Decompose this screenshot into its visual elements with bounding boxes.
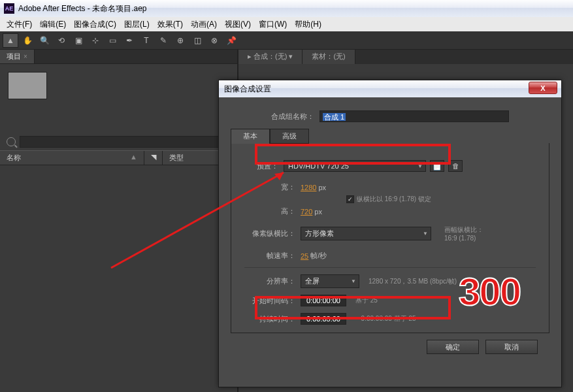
tab-comp-viewer[interactable]: ▸ 合成：(无) ▾ — [238, 50, 303, 64]
preset-dropdown[interactable]: HDV/HDTV 720 25▼ — [284, 160, 426, 172]
width-value[interactable]: 1280 — [301, 184, 316, 191]
close-icon[interactable]: × — [24, 53, 27, 60]
resolution-label: 分辨率： — [248, 276, 301, 286]
lock-aspect-label: 纵横比以 16:9 (1.78) 锁定 — [357, 195, 431, 204]
par-label: 像素纵横比： — [248, 229, 301, 238]
anchor-tool-icon[interactable]: ⊹ — [88, 33, 103, 48]
resolution-info: 1280 x 720，3.5 MB (8bpc/帧) — [368, 277, 457, 286]
tab-basic[interactable]: 基本 — [231, 129, 270, 144]
hand-tool-icon[interactable]: ✋ — [20, 33, 35, 48]
menu-layer[interactable]: 图层(L) — [120, 19, 154, 30]
menu-animation[interactable]: 动画(A) — [187, 19, 221, 30]
eraser-tool-icon[interactable]: ◫ — [189, 33, 205, 48]
preset-delete-button[interactable]: 🗑 — [448, 160, 463, 172]
start-timecode-label: 开始时间码： — [248, 296, 301, 306]
menu-effect[interactable]: 效果(T) — [154, 19, 187, 30]
camera-tool-icon[interactable]: ▣ — [71, 33, 86, 48]
chevron-down-icon: ▼ — [351, 278, 356, 284]
tab-footage-viewer[interactable]: 素材：(无) — [303, 50, 355, 64]
menubar: 文件(F) 编辑(E) 图像合成(C) 图层(L) 效果(T) 动画(A) 视图… — [0, 17, 573, 31]
menu-composition[interactable]: 图像合成(C) — [70, 19, 120, 30]
preset-save-button[interactable]: 📄 — [430, 160, 444, 172]
frame-aspect-label: 画幅纵横比： — [444, 225, 483, 235]
search-input[interactable] — [20, 136, 231, 148]
tab-project[interactable]: 项目× — [0, 50, 35, 63]
comp-name-input[interactable]: 合成 1 — [319, 110, 509, 122]
duration-label: 持续时间： — [248, 314, 301, 324]
app-titlebar: AE Adobe After Effects - 未命名项目.aep — [0, 0, 573, 17]
composition-settings-dialog: 图像合成设置 X 合成组名称： 合成 1 基本 高级 预置： HDV/HDTV … — [218, 80, 562, 387]
menu-file[interactable]: 文件(F) — [3, 19, 36, 30]
frame-aspect-value: 16:9 (1.78) — [444, 235, 483, 242]
height-value[interactable]: 720 — [301, 208, 312, 216]
start-timecode-input[interactable] — [301, 295, 346, 306]
dialog-close-button[interactable]: X — [529, 82, 557, 94]
brush-tool-icon[interactable]: ✎ — [156, 33, 171, 48]
dialog-titlebar[interactable]: 图像合成设置 X — [219, 80, 561, 97]
cancel-button[interactable]: 取消 — [485, 340, 538, 354]
selection-tool-icon[interactable]: ▲ — [3, 33, 18, 48]
col-tag[interactable]: ◥ — [144, 151, 163, 165]
project-thumbnail — [8, 72, 47, 99]
zoom-tool-icon[interactable]: 🔍 — [37, 33, 52, 48]
search-icon — [7, 137, 16, 146]
duration-info: = 0:00:03:00 基于 25 — [355, 314, 416, 323]
menu-help[interactable]: 帮助(H) — [291, 19, 325, 30]
puppet-tool-icon[interactable]: 📌 — [223, 33, 239, 48]
resolution-dropdown[interactable]: 全屏▼ — [301, 274, 359, 288]
col-type[interactable]: 类型 — [163, 151, 221, 165]
menu-window[interactable]: 窗口(W) — [255, 19, 291, 30]
rect-tool-icon[interactable]: ▭ — [105, 33, 120, 48]
pen-tool-icon[interactable]: ✒ — [122, 33, 137, 48]
app-icon: AE — [4, 3, 14, 14]
chevron-down-icon: ▼ — [417, 163, 423, 169]
fps-value[interactable]: 25 — [301, 252, 308, 260]
ok-button[interactable]: 确定 — [427, 340, 479, 354]
rotate-tool-icon[interactable]: ⟲ — [54, 33, 69, 48]
project-panel: 项目× 名称▲ ◥ 类型 大 — [0, 50, 238, 392]
duration-input[interactable] — [301, 313, 346, 325]
chevron-down-icon: ▼ — [423, 231, 428, 237]
menu-edit[interactable]: 编辑(E) — [36, 19, 70, 30]
comp-name-label: 合成组名称： — [271, 112, 319, 122]
start-timecode-info: 基于 25 — [355, 296, 378, 305]
lock-aspect-checkbox[interactable]: ✓ — [346, 195, 354, 203]
par-dropdown[interactable]: 方形像素▼ — [301, 227, 431, 240]
stamp-tool-icon[interactable]: ⊕ — [172, 33, 188, 48]
app-title: Adobe After Effects - 未命名项目.aep — [18, 3, 147, 14]
text-tool-icon[interactable]: T — [139, 33, 154, 48]
roto-tool-icon[interactable]: ⊗ — [206, 33, 222, 48]
fps-label: 帧速率： — [248, 251, 301, 261]
project-columns: 名称▲ ◥ 类型 大 — [0, 150, 237, 165]
tab-advanced[interactable]: 高级 — [270, 129, 309, 144]
height-label: 高： — [248, 206, 301, 216]
width-label: 宽： — [248, 182, 301, 192]
col-name[interactable]: 名称▲ — [0, 151, 144, 165]
toolbar: ▲ ✋ 🔍 ⟲ ▣ ⊹ ▭ ✒ T ✎ ⊕ ◫ ⊗ 📌 — [0, 31, 573, 50]
preset-label: 预置： — [248, 161, 284, 171]
menu-view[interactable]: 视图(V) — [221, 19, 255, 30]
